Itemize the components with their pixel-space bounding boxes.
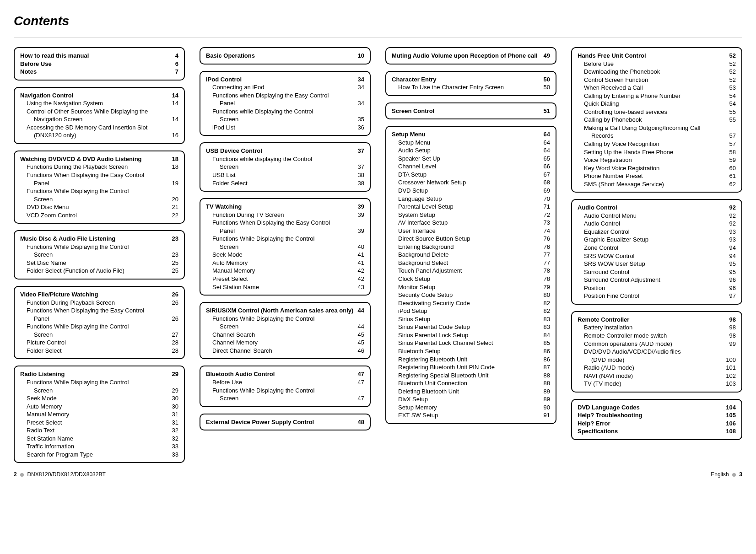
toc-item[interactable]: Bluetooth Setup86 <box>392 347 550 355</box>
toc-item[interactable]: Language Setup70 <box>392 195 550 203</box>
toc-item[interactable]: Manual Memory31 <box>20 410 178 419</box>
toc-item[interactable]: Set Station Name43 <box>206 283 364 291</box>
toc-section-title[interactable]: Video File/Picture Watching26 <box>20 290 178 299</box>
toc-item[interactable]: Monitor Setup79 <box>392 283 550 291</box>
toc-item[interactable]: Background Select77 <box>392 259 550 267</box>
toc-item[interactable]: Control Screen Function52 <box>578 76 736 84</box>
toc-item[interactable]: Direct Source Button Setup76 <box>392 235 550 243</box>
toc-section-title[interactable]: Hands Free Unit Control52 <box>578 52 736 60</box>
toc-item[interactable]: Set Station Name32 <box>20 435 178 443</box>
toc-item[interactable]: DVD Disc Menu21 <box>20 203 178 211</box>
toc-section-title[interactable]: Navigation Control14 <box>20 91 178 100</box>
toc-item[interactable]: EXT SW Setup91 <box>392 411 550 420</box>
toc-item[interactable]: When Received a Call53 <box>578 84 736 92</box>
toc-item[interactable]: Panel34 <box>206 99 364 108</box>
toc-item[interactable]: Functions While Displaying the Control <box>206 235 364 243</box>
toc-item[interactable]: iPod List36 <box>206 124 364 132</box>
toc-section-title[interactable]: How to read this manual4 <box>20 52 178 60</box>
toc-item[interactable]: Preset Select31 <box>20 419 178 427</box>
toc-item[interactable]: Graphic Equalizer Setup93 <box>578 236 736 244</box>
toc-item[interactable]: Connecting an iPod34 <box>206 83 364 91</box>
toc-item[interactable]: SRS WOW User Setup95 <box>578 260 736 268</box>
toc-item[interactable]: Making a Call Using Outgoing/Incoming Ca… <box>578 124 736 132</box>
toc-item[interactable]: Panel39 <box>206 227 364 235</box>
toc-section-title[interactable]: Watching DVD/VCD & DVD Audio Listening18 <box>20 155 178 163</box>
toc-item[interactable]: AV Interface Setup73 <box>392 219 550 227</box>
toc-item[interactable]: Audio Control Menu92 <box>578 212 736 220</box>
toc-item[interactable]: Function During Playback Screen26 <box>20 299 178 307</box>
toc-section-title[interactable]: Notes7 <box>20 68 178 76</box>
toc-item[interactable]: Screen37 <box>206 163 364 171</box>
toc-item[interactable]: Functions when Displaying the Easy Contr… <box>206 91 364 100</box>
toc-item[interactable]: System Setup72 <box>392 211 550 219</box>
toc-item[interactable]: Functions When Displaying the Easy Contr… <box>20 307 178 315</box>
toc-section-title[interactable]: Specifications108 <box>578 427 736 436</box>
toc-item[interactable]: Functions While Displaying the Control <box>20 187 178 195</box>
toc-item[interactable]: DVD/DVD Audio/VCD/CD/Audio files <box>578 348 736 356</box>
toc-section-title[interactable]: Character Entry50 <box>392 75 550 84</box>
toc-item[interactable]: Battery installation98 <box>578 323 736 332</box>
toc-item[interactable]: Set Disc Name25 <box>20 259 178 267</box>
toc-item[interactable]: Sirius Parental Code Setup83 <box>392 323 550 331</box>
toc-item[interactable]: Calling by Entering a Phone Number54 <box>578 92 736 100</box>
toc-item[interactable]: Functions During the Playback Screen18 <box>20 163 178 171</box>
toc-section-title[interactable]: SIRIUS/XM Control (North American sales … <box>206 307 364 315</box>
toc-section-title[interactable]: Before Use6 <box>20 60 178 68</box>
toc-item[interactable]: Functions while displaying the Control <box>206 155 364 163</box>
toc-item[interactable]: Functions While Displaying the Control <box>20 378 178 387</box>
toc-item[interactable]: Surround Control95 <box>578 268 736 276</box>
toc-item[interactable]: Background Delete77 <box>392 251 550 259</box>
toc-item[interactable]: Functions While Displaying the Control <box>20 323 178 331</box>
toc-section-title[interactable]: Audio Control92 <box>578 204 736 212</box>
toc-item[interactable]: Preset Select42 <box>206 275 364 283</box>
toc-item[interactable]: Function During TV Screen39 <box>206 211 364 219</box>
toc-item[interactable]: Common operations (AUD mode)99 <box>578 340 736 348</box>
toc-item[interactable]: Screen47 <box>206 394 364 403</box>
toc-item[interactable]: SRS WOW Control94 <box>578 252 736 260</box>
toc-item[interactable]: Screen27 <box>20 331 178 339</box>
toc-item[interactable]: Clock Setup78 <box>392 275 550 283</box>
toc-item[interactable]: Seek Mode30 <box>20 394 178 403</box>
toc-section-title[interactable]: Screen Control51 <box>392 107 550 115</box>
toc-item[interactable]: Equalizer Control93 <box>578 228 736 236</box>
toc-section-title[interactable]: DVD Language Codes104 <box>578 403 736 412</box>
toc-item[interactable]: Audio Control92 <box>578 220 736 228</box>
toc-item[interactable]: NAVI (NAVI mode)102 <box>578 372 736 380</box>
toc-item[interactable]: Registering Bluetooth Unit86 <box>392 355 550 364</box>
toc-item[interactable]: Setup Memory90 <box>392 403 550 412</box>
toc-item[interactable]: Position Fine Control97 <box>578 292 736 300</box>
toc-item[interactable]: (DNX8120 only)16 <box>20 131 178 140</box>
toc-item[interactable]: Functions while Displaying the Control <box>206 108 364 116</box>
toc-section-title[interactable]: External Device Power Supply Control48 <box>206 418 364 426</box>
toc-item[interactable]: Sirius Parental Lock Channel Select85 <box>392 339 550 347</box>
toc-item[interactable]: Folder Select (Function of Audio File)25 <box>20 267 178 275</box>
toc-item[interactable]: Sirius Parental Lock Setup84 <box>392 331 550 339</box>
toc-item[interactable]: Accessing the SD Memory Card Insertion S… <box>20 124 178 132</box>
toc-item[interactable]: Voice Registration59 <box>578 156 736 164</box>
toc-item[interactable]: Folder Select28 <box>20 347 178 355</box>
toc-item[interactable]: Before Use52 <box>578 60 736 68</box>
toc-section-title[interactable]: Bluetooth Audio Control47 <box>206 370 364 378</box>
toc-section-title[interactable]: Music Disc & Audio File Listening23 <box>20 235 178 243</box>
toc-item[interactable]: Records57 <box>578 132 736 140</box>
toc-item[interactable]: Radio Text32 <box>20 426 178 435</box>
toc-section-title[interactable]: USB Device Control37 <box>206 147 364 155</box>
toc-item[interactable]: Panel19 <box>20 179 178 188</box>
toc-section-title[interactable]: iPod Control34 <box>206 75 364 84</box>
toc-item[interactable]: Bluetooth Unit Connection88 <box>392 379 550 387</box>
toc-item[interactable]: DivX Setup89 <box>392 395 550 403</box>
toc-item[interactable]: USB List38 <box>206 171 364 179</box>
toc-item[interactable]: Sirius Setup83 <box>392 315 550 323</box>
toc-item[interactable]: Registering Special Bluetooth Unit88 <box>392 371 550 380</box>
toc-item[interactable]: Surround Control Adjustment96 <box>578 276 736 284</box>
toc-item[interactable]: Entering Background76 <box>392 243 550 251</box>
toc-item[interactable]: Parental Level Setup71 <box>392 203 550 211</box>
toc-item[interactable]: Zone Control94 <box>578 244 736 252</box>
toc-item[interactable]: Registering Bluetooth Unit PIN Code87 <box>392 363 550 371</box>
toc-item[interactable]: Direct Channel Search46 <box>206 347 364 355</box>
toc-item[interactable]: Radio (AUD mode)101 <box>578 364 736 372</box>
toc-section-title[interactable]: Remote Controller98 <box>578 316 736 324</box>
toc-item[interactable]: Manual Memory42 <box>206 267 364 275</box>
toc-item[interactable]: Calling by Voice Recognition57 <box>578 140 736 148</box>
toc-item[interactable]: Functions While Displaying the Control <box>206 387 364 395</box>
